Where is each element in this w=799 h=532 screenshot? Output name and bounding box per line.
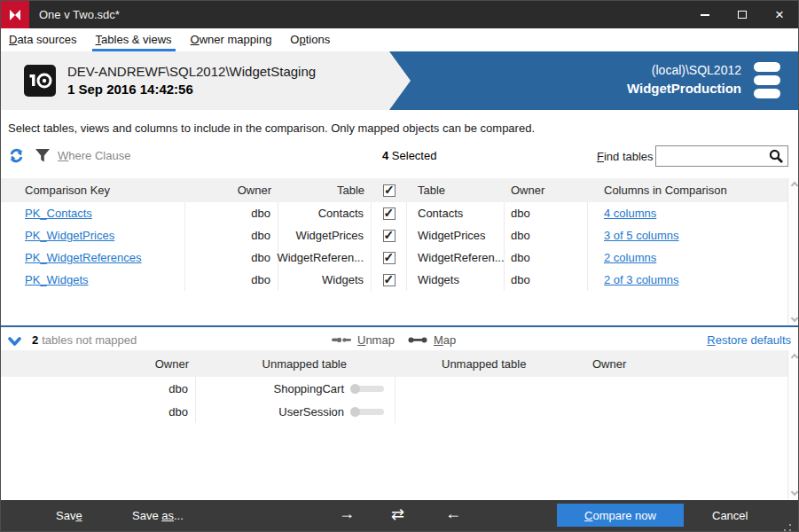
map-handle-icon[interactable]: [352, 409, 384, 415]
target-info: (local)\SQL2012 WidgetProduction: [627, 63, 741, 96]
unmapped-table-body: dbo ShoppingCart dbo UserSession: [1, 377, 787, 423]
table-cell: WidgetPrices: [278, 224, 372, 246]
header-unmapped-left: Unmapped table: [196, 357, 396, 371]
close-button[interactable]: ×: [761, 1, 798, 28]
search-icon[interactable]: [768, 148, 785, 168]
tab-tables-and-views[interactable]: Tables & views: [92, 28, 176, 51]
filter-button[interactable]: [35, 148, 51, 167]
database-icon: [752, 61, 782, 104]
owner-cell: dbo: [505, 246, 588, 269]
scroll-up-icon[interactable]: [791, 182, 798, 189]
maximize-button[interactable]: [724, 1, 761, 28]
filter-icon: [35, 148, 51, 163]
comparison-key-link[interactable]: PK_WidgetPrices: [25, 229, 114, 242]
swap-arrows-icon[interactable]: ⇄: [391, 505, 404, 524]
target-server: (local)\SQL2012: [627, 63, 741, 77]
row-checkbox[interactable]: [383, 274, 396, 286]
find-tables-label: Find tables: [597, 150, 654, 163]
app-window: One v Two.sdc* × Data sources Tables & v…: [0, 0, 799, 532]
resize-grip[interactable]: [789, 524, 791, 526]
header-columns: Columns in Comparison: [588, 178, 787, 202]
header-owner-left: Owner: [185, 178, 278, 202]
window-controls: ×: [686, 1, 798, 28]
cancel-button[interactable]: Cancel: [712, 509, 748, 522]
owner-cell: dbo: [185, 269, 278, 291]
header-owner-right: Owner: [586, 357, 787, 371]
columns-link[interactable]: 2 columns: [604, 251, 656, 264]
lower-scrollbar[interactable]: [787, 350, 799, 499]
close-icon: ×: [775, 7, 784, 22]
owner-cell: dbo: [1, 400, 196, 423]
table-row: PK_Widgets dbo Widgets Widgets dbo 2 of …: [1, 269, 787, 291]
map-left-arrow-icon[interactable]: ←: [445, 505, 461, 523]
snapshot-icon: [24, 65, 56, 100]
minimize-button[interactable]: [686, 1, 724, 28]
map-button[interactable]: Map: [408, 333, 456, 347]
comparison-key-link[interactable]: PK_Widgets: [25, 273, 89, 286]
comparison-table-body: PK_Contacts dbo Contacts Contacts dbo 4 …: [1, 202, 787, 291]
restore-defaults-link[interactable]: Restore defaults: [707, 333, 791, 347]
comparison-key-link[interactable]: PK_Contacts: [25, 207, 92, 220]
header-table-left: Table: [278, 178, 372, 202]
map-handle-icon[interactable]: [352, 386, 384, 392]
map-right-arrow-icon[interactable]: →: [339, 505, 355, 523]
row-checkbox[interactable]: [383, 230, 396, 242]
minimize-icon: [701, 14, 709, 16]
find-tables-input[interactable]: [660, 148, 764, 164]
refresh-icon: [8, 147, 25, 164]
unmapped-table-name: UserSession: [278, 405, 344, 419]
table-row: PK_WidgetReferences dbo WidgetReferen...…: [1, 246, 787, 269]
save-button[interactable]: Save: [56, 509, 82, 522]
table-row: PK_Contacts dbo Contacts Contacts dbo 4 …: [1, 202, 787, 224]
header-unmapped-right: Unmapped table: [396, 357, 586, 371]
table-cell: Contacts: [407, 202, 505, 224]
source-timestamp: 1 Sep 2016 14:42:56: [67, 82, 316, 97]
scroll-up-icon[interactable]: [791, 354, 798, 361]
header-owner-left: Owner: [1, 350, 196, 377]
table-cell: Contacts: [278, 202, 372, 224]
header-comparison-key: Comparison Key: [1, 178, 185, 202]
maximize-icon: [738, 11, 747, 19]
select-all-checkbox[interactable]: [383, 184, 396, 197]
tab-data-sources[interactable]: Data sources: [5, 28, 81, 51]
save-as-button[interactable]: Save as...: [132, 509, 184, 522]
where-clause-link[interactable]: Where Clause: [58, 149, 130, 162]
row-checkbox[interactable]: [383, 207, 396, 220]
scroll-down-icon[interactable]: [791, 489, 798, 496]
columns-link[interactable]: 4 columns: [604, 207, 656, 220]
collapse-chevron-icon[interactable]: [8, 334, 21, 350]
tab-options[interactable]: Options: [286, 28, 333, 51]
refresh-button[interactable]: [8, 147, 25, 168]
unmap-button[interactable]: Unmap: [332, 333, 395, 347]
datasource-banner: DEV-ANDREWF\SQL2012\WidgetStaging 1 Sep …: [1, 51, 798, 110]
table-cell: WidgetPrices: [407, 224, 505, 246]
tab-owner-mapping[interactable]: Owner mapping: [187, 28, 276, 51]
footer-bar: Save Save as... → ⇄ ← Compare now Cancel: [1, 500, 798, 531]
source-server: DEV-ANDREWF\SQL2012\WidgetStaging: [67, 64, 316, 79]
columns-link[interactable]: 3 of 5 columns: [604, 229, 679, 242]
app-logo-icon: [1, 1, 29, 28]
columns-link[interactable]: 2 of 3 columns: [604, 273, 679, 286]
comparison-key-link[interactable]: PK_WidgetReferences: [25, 251, 142, 264]
unmapped-count: 2tables not mapped: [32, 333, 137, 347]
table-cell: WidgetReferen...: [278, 246, 372, 269]
unmapped-row: dbo UserSession: [1, 400, 787, 423]
unmapped-row: dbo ShoppingCart: [1, 377, 787, 400]
compare-now-button[interactable]: Compare now: [557, 504, 684, 527]
comparison-table-header: Comparison Key Owner Table Table Owner C…: [1, 178, 787, 202]
target-database: WidgetProduction: [627, 81, 741, 96]
data-compare-icon: [7, 7, 23, 23]
title-bar: One v Two.sdc* ×: [1, 1, 798, 28]
header-table-right: Table: [407, 178, 505, 202]
header-owner-right: Owner: [505, 178, 588, 202]
toolbar: Where Clause 4 Selected Find tables: [1, 141, 798, 171]
row-checkbox[interactable]: [383, 252, 396, 264]
table-cell: WidgetReferen...: [407, 246, 505, 269]
upper-scrollbar[interactable]: [787, 178, 799, 325]
find-tables-box: [655, 145, 788, 167]
scroll-down-icon[interactable]: [791, 315, 798, 322]
map-icon: [408, 336, 427, 344]
owner-cell: dbo: [185, 246, 278, 269]
table-cell: Widgets: [407, 269, 505, 291]
source-info: DEV-ANDREWF\SQL2012\WidgetStaging 1 Sep …: [67, 64, 316, 97]
